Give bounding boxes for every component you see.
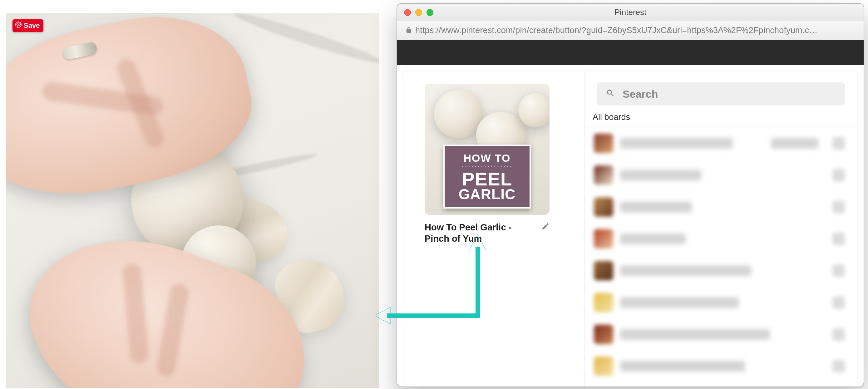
lock-icon (405, 27, 412, 35)
search-icon (606, 88, 615, 100)
edit-icon[interactable] (541, 222, 550, 232)
board-row[interactable] (585, 287, 857, 319)
save-button-label: Save (24, 22, 40, 30)
window-titlebar: Pinterest (397, 4, 864, 21)
url-text: https://www.pinterest.com/pin/create/but… (415, 26, 859, 35)
board-row[interactable] (585, 223, 857, 255)
board-row[interactable] (585, 159, 857, 191)
board-row[interactable] (585, 127, 857, 159)
board-row[interactable] (585, 255, 857, 287)
board-row[interactable] (585, 191, 857, 223)
board-row[interactable] (585, 350, 857, 382)
overlay-line2: PEEL (462, 170, 513, 188)
search-placeholder: Search (623, 88, 658, 100)
hero-photo: Save (6, 13, 379, 388)
overlay-line3: GARLIC (459, 188, 516, 201)
header-strip (397, 40, 864, 65)
pinterest-popup-window: Pinterest https://www.pinterest.com/pin/… (397, 3, 864, 387)
pin-title: How To Peel Garlic - Pinch of Yum (425, 222, 537, 245)
overlay-divider: • • • • • • • • • • • • • • • • (462, 165, 512, 168)
board-row[interactable] (585, 319, 857, 350)
boards-list (585, 127, 857, 387)
pinterest-save-button[interactable]: Save (12, 19, 43, 32)
pin-preview-column: HOW TO • • • • • • • • • • • • • • • • P… (403, 71, 585, 387)
boards-heading: All boards (585, 112, 857, 127)
address-bar[interactable]: https://www.pinterest.com/pin/create/but… (397, 21, 864, 40)
pinterest-icon (15, 21, 22, 30)
pin-thumbnail[interactable]: HOW TO • • • • • • • • • • • • • • • • P… (425, 84, 550, 215)
popup-content: HOW TO • • • • • • • • • • • • • • • • P… (403, 71, 857, 387)
boards-column: Search All boards (585, 71, 857, 387)
pin-overlay-card: HOW TO • • • • • • • • • • • • • • • • P… (443, 144, 531, 208)
ring (62, 41, 98, 61)
window-title: Pinterest (397, 7, 864, 17)
search-input[interactable]: Search (597, 83, 845, 105)
overlay-line1: HOW TO (463, 152, 510, 164)
